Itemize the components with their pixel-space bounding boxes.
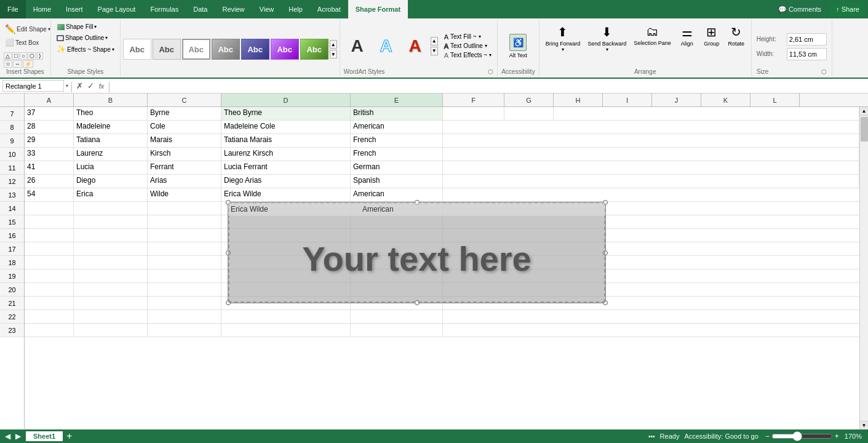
cell-g7[interactable]: [504, 107, 554, 120]
cell-c10[interactable]: Kirsch: [148, 148, 221, 161]
tab-file[interactable]: File: [0, 0, 26, 18]
tab-shape-format[interactable]: Shape Format: [348, 0, 408, 18]
table-row[interactable]: [25, 324, 859, 337]
col-header-d[interactable]: D: [221, 94, 351, 106]
align-button[interactable]: ⚌ Align: [676, 23, 698, 48]
wordart-expand-icon[interactable]: ⬡: [488, 68, 493, 75]
cell-d12[interactable]: Diego Arias: [221, 175, 351, 188]
cell-a9[interactable]: 29: [25, 134, 74, 147]
style-swatch-1[interactable]: Abc: [123, 39, 151, 60]
cell-f12[interactable]: [443, 175, 859, 188]
cell-c11[interactable]: Ferrant: [148, 161, 221, 174]
nav-next-sheet[interactable]: ▶: [13, 432, 23, 441]
cell-b12[interactable]: Diego: [74, 175, 148, 188]
rotate-button[interactable]: ↻ Rotate: [725, 23, 747, 48]
tab-home[interactable]: Home: [26, 0, 58, 18]
height-input[interactable]: [787, 33, 827, 46]
scroll-thumb[interactable]: [861, 117, 868, 142]
cell-a13[interactable]: 54: [25, 188, 74, 201]
col-header-h[interactable]: H: [554, 94, 603, 106]
confirm-icon[interactable]: ✓: [86, 81, 95, 90]
group-button[interactable]: ⊞ Group: [701, 23, 723, 48]
col-header-j[interactable]: J: [652, 94, 701, 106]
cell-b8[interactable]: Madeleine: [74, 121, 148, 134]
cell-h7[interactable]: [554, 107, 859, 120]
table-row[interactable]: 29 Tatiana Marais Tatiana Marais French: [25, 134, 859, 148]
cell-d7[interactable]: Theo Byrne: [221, 107, 351, 120]
cell-a8[interactable]: 28: [25, 121, 74, 134]
table-row[interactable]: [25, 310, 859, 324]
bring-forward-button[interactable]: ⬆ Bring Forward ▾: [543, 23, 583, 54]
shape-outline-button[interactable]: Shape Outline ▾: [55, 34, 109, 42]
shape-rectangle[interactable]: Your text here Erica Wilde American: [228, 202, 606, 303]
style-scroll-buttons[interactable]: ▲ ▼: [330, 40, 337, 58]
cell-b10[interactable]: Laurenz: [74, 148, 148, 161]
tab-data[interactable]: Data: [186, 0, 215, 18]
vertical-scrollbar[interactable]: ▲ ▼: [859, 107, 868, 429]
shape-text-large[interactable]: Your text here: [228, 202, 605, 303]
col-header-f[interactable]: F: [443, 94, 504, 106]
edit-shape-button[interactable]: ✏️ Edit Shape ▾: [4, 23, 52, 34]
wordart-scroll-up[interactable]: ▲: [431, 37, 438, 46]
tab-view[interactable]: View: [252, 0, 282, 18]
nav-prev-sheet[interactable]: ◀: [2, 432, 13, 441]
cell-c7[interactable]: Byrne: [148, 107, 221, 120]
cell-d8[interactable]: Madeleine Cole: [221, 121, 351, 134]
cell-b11[interactable]: Lucia: [74, 161, 148, 174]
wordart-a-plain[interactable]: A: [344, 34, 371, 58]
col-header-g[interactable]: G: [504, 94, 554, 106]
style-swatch-7[interactable]: Abc: [300, 39, 328, 60]
text-outline-button[interactable]: A Text Outline ▾: [442, 42, 493, 50]
selection-pane-button[interactable]: 🗂 Selection Pane: [631, 23, 674, 47]
cell-e13[interactable]: American: [351, 188, 443, 201]
cell-b13[interactable]: Erica: [74, 188, 148, 201]
tab-help[interactable]: Help: [281, 0, 310, 18]
wordart-a-outline[interactable]: A: [373, 34, 400, 58]
shape-effects-button[interactable]: ✨ Effects ~ Shape ▾: [55, 44, 116, 54]
formula-input[interactable]: [113, 80, 866, 92]
tab-insert[interactable]: Insert: [58, 0, 90, 18]
shape-fill-button[interactable]: Shape Fill ▾: [55, 22, 99, 31]
cell-e11[interactable]: German: [351, 161, 443, 174]
tab-page-layout[interactable]: Page Layout: [90, 0, 143, 18]
table-row[interactable]: 54 Erica Wilde Erica Wilde American: [25, 188, 859, 202]
comments-button[interactable]: 💬 Comments: [772, 0, 827, 18]
cell-b9[interactable]: Tatiana: [74, 134, 148, 147]
cell-d13[interactable]: Erica Wilde: [221, 188, 351, 201]
sheet-tab-sheet1[interactable]: Sheet1: [26, 431, 63, 441]
text-fill-button[interactable]: A Text Fill ~ ▾: [442, 33, 493, 41]
style-swatch-6[interactable]: Abc: [271, 39, 299, 60]
wordart-a-red[interactable]: A: [402, 34, 429, 58]
width-input[interactable]: [787, 48, 827, 60]
alt-text-button[interactable]: ♿ Alt Text: [507, 33, 530, 60]
cell-a10[interactable]: 33: [25, 148, 74, 161]
cell-e10[interactable]: French: [351, 148, 443, 161]
style-swatch-5[interactable]: Abc: [241, 39, 269, 60]
style-swatch-3[interactable]: Abc: [182, 39, 210, 60]
cancel-icon[interactable]: ✗: [75, 81, 84, 90]
cell-b7[interactable]: Theo: [74, 107, 148, 120]
size-expand-icon[interactable]: ⬡: [821, 68, 827, 75]
table-row[interactable]: 26 Diego Arias Diego Arias Spanish: [25, 175, 859, 188]
cell-c9[interactable]: Marais: [148, 134, 221, 147]
name-box-arrow[interactable]: ▾: [66, 83, 68, 89]
col-header-i[interactable]: I: [603, 94, 652, 106]
cell-f7[interactable]: [443, 107, 504, 120]
zoom-slider[interactable]: [771, 431, 833, 441]
table-row[interactable]: 33 Laurenz Kirsch Laurenz Kirsch French: [25, 148, 859, 161]
zoom-in-button[interactable]: +: [833, 432, 841, 441]
style-swatch-2[interactable]: Abc: [153, 39, 181, 60]
col-header-a[interactable]: A: [25, 94, 74, 106]
cell-d10[interactable]: Laurenz Kirsch: [221, 148, 351, 161]
col-header-c[interactable]: C: [148, 94, 221, 106]
text-effects-button[interactable]: A Text Effects ~ ▾: [442, 51, 493, 60]
cell-c12[interactable]: Arias: [148, 175, 221, 188]
table-row[interactable]: 41 Lucia Ferrant Lucia Ferrant German: [25, 161, 859, 175]
accessibility-status[interactable]: Accessibility: Good to go: [684, 433, 758, 440]
cell-a7[interactable]: 37: [25, 107, 74, 120]
zoom-out-button[interactable]: −: [763, 432, 771, 441]
cell-e7[interactable]: British: [351, 107, 443, 120]
col-header-l[interactable]: L: [751, 94, 800, 106]
style-swatch-4[interactable]: Abc: [212, 39, 240, 60]
cell-c8[interactable]: Cole: [148, 121, 221, 134]
